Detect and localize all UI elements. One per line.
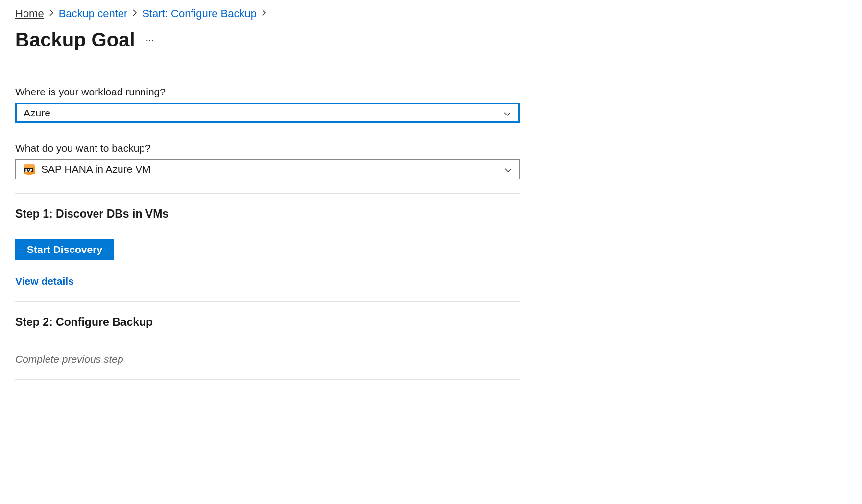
page-title: Backup Goal bbox=[15, 29, 135, 51]
breadcrumb-backup-center[interactable]: Backup center bbox=[59, 7, 128, 20]
backup-value: SAP HANA in Azure VM bbox=[41, 163, 151, 175]
more-icon[interactable]: ··· bbox=[146, 34, 154, 46]
view-details-link[interactable]: View details bbox=[15, 275, 520, 287]
svg-text:SAP: SAP bbox=[25, 168, 33, 172]
workload-label: Where is your workload running? bbox=[15, 86, 520, 98]
start-discovery-button[interactable]: Start Discovery bbox=[15, 239, 114, 260]
backup-type-dropdown[interactable]: SAP SAP HANA in Azure VM bbox=[15, 159, 520, 179]
step2-placeholder: Complete previous step bbox=[15, 353, 520, 365]
breadcrumb: Home Backup center Start: Configure Back… bbox=[15, 7, 847, 20]
workload-value: Azure bbox=[24, 107, 50, 119]
workload-dropdown[interactable]: Azure bbox=[15, 103, 520, 123]
chevron-right-icon bbox=[49, 9, 54, 19]
breadcrumb-home[interactable]: Home bbox=[15, 7, 44, 20]
backup-label: What do you want to backup? bbox=[15, 142, 520, 154]
chevron-right-icon bbox=[132, 9, 137, 19]
sap-hana-icon: SAP bbox=[23, 163, 36, 175]
step1-heading: Step 1: Discover DBs in VMs bbox=[15, 207, 520, 221]
divider bbox=[15, 193, 520, 194]
step2-heading: Step 2: Configure Backup bbox=[15, 316, 520, 329]
svg-point-1 bbox=[24, 164, 35, 168]
chevron-down-icon bbox=[503, 107, 511, 119]
breadcrumb-configure-backup[interactable]: Start: Configure Backup bbox=[142, 7, 257, 20]
divider bbox=[15, 301, 520, 302]
chevron-down-icon bbox=[504, 163, 512, 175]
divider bbox=[15, 379, 520, 380]
chevron-right-icon bbox=[262, 9, 266, 19]
